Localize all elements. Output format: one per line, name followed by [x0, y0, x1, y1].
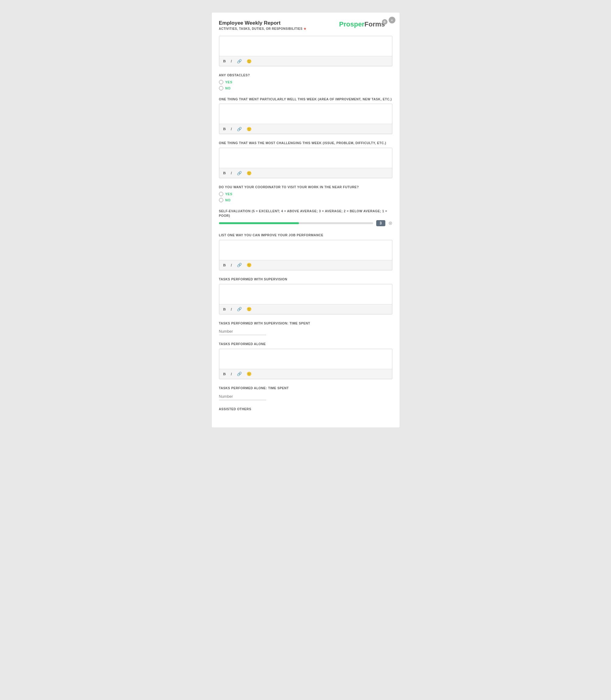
coordinator-yes-option[interactable]: YES [219, 192, 392, 196]
challenging-input[interactable] [219, 148, 392, 167]
tasks-alone-editor: B I 🔗 🙂 [219, 349, 392, 379]
link-icon-3: 🔗 [237, 171, 242, 176]
section-assisted-others: ASSISTED OTHERS [219, 407, 392, 412]
obstacles-label: ANY OBSTACLES? [219, 73, 392, 77]
tasks-alone-emoji-button[interactable]: 🙂 [246, 371, 252, 377]
tasks-sup-bold-button[interactable]: B [222, 306, 227, 312]
tasks-alone-time-wrap [219, 393, 266, 400]
challenging-italic-button[interactable]: I [229, 170, 233, 176]
section-obstacles: ANY OBSTACLES? YES NO [219, 73, 392, 90]
emoji-icon-5: 🙂 [247, 307, 252, 311]
tasks-alone-toolbar: B I 🔗 🙂 [219, 369, 392, 379]
bold-icon: B [223, 59, 226, 63]
coordinator-yes-label: YES [225, 192, 233, 196]
slider-value-badge: 3 [376, 220, 385, 226]
tasks-supervision-time-input[interactable] [219, 328, 266, 335]
section-self-evaluation: SELF-EVALUATION (5 = EXCELLENT; 4 = ABOV… [219, 209, 392, 226]
went-well-input[interactable] [219, 104, 392, 122]
challenging-link-button[interactable]: 🔗 [236, 170, 243, 176]
tasks-alone-time-input[interactable] [219, 393, 266, 400]
obstacles-yes-option[interactable]: YES [219, 80, 392, 84]
tasks-supervision-input[interactable] [219, 284, 392, 303]
bold-icon-4: B [223, 263, 226, 268]
tasks-alone-bold-button[interactable]: B [222, 371, 227, 377]
form-title: Employee Weekly Report [219, 20, 307, 27]
obstacles-radio-group: YES NO [219, 80, 392, 90]
activities-link-button[interactable]: 🔗 [236, 58, 243, 64]
tasks-sup-link-button[interactable]: 🔗 [236, 306, 243, 312]
improve-italic-button[interactable]: I [229, 262, 233, 268]
went-well-italic-button[interactable]: I [229, 126, 233, 132]
tasks-alone-link-button[interactable]: 🔗 [236, 371, 243, 377]
assisted-others-label: ASSISTED OTHERS [219, 407, 392, 412]
section-activities: B I 🔗 🙂 [219, 36, 392, 66]
emoji-icon: 🙂 [247, 59, 252, 63]
form-container: × Employee Weekly Report ACTIVITIES, TAS… [211, 12, 400, 428]
italic-icon-6: I [230, 372, 232, 376]
challenging-label: ONE THING THAT WAS THE MOST CHALLENGING … [219, 141, 392, 145]
obstacles-yes-label: YES [225, 80, 233, 84]
improve-performance-input[interactable] [219, 240, 392, 259]
obstacles-no-radio[interactable] [219, 86, 223, 90]
italic-icon-4: I [230, 263, 232, 268]
section-improve-performance: LIST ONE WAY YOU CAN IMPROVE YOUR JOB PE… [219, 233, 392, 270]
italic-icon-5: I [230, 307, 232, 312]
section-tasks-alone-time: TASKS PERFORMED ALONE: TIME SPENT [219, 386, 392, 400]
close-button[interactable]: × [389, 17, 396, 24]
section-coordinator-visit: DO YOU WANT YOUR COORDINATOR TO VISIT YO… [219, 185, 392, 202]
coordinator-no-radio[interactable] [219, 198, 223, 202]
challenging-bold-button[interactable]: B [222, 170, 227, 176]
activities-emoji-button[interactable]: 🙂 [246, 58, 252, 64]
bold-icon-3: B [223, 170, 226, 176]
went-well-bold-button[interactable]: B [222, 126, 227, 132]
activities-bold-button[interactable]: B [222, 58, 227, 64]
improve-performance-editor: B I 🔗 🙂 [219, 240, 392, 270]
tasks-supervision-time-label: TASKS PERFORMED WITH SUPERVISION: TIME S… [219, 321, 392, 326]
coordinator-no-option[interactable]: NO [219, 198, 392, 202]
link-icon-5: 🔗 [237, 307, 242, 311]
logo-text: ProsperForms [339, 20, 385, 28]
improve-bold-button[interactable]: B [222, 262, 227, 268]
obstacles-no-label: NO [225, 86, 231, 90]
tasks-sup-emoji-button[interactable]: 🙂 [246, 306, 252, 312]
coordinator-no-label: NO [225, 198, 231, 202]
coordinator-visit-label: DO YOU WANT YOUR COORDINATOR TO VISIT YO… [219, 185, 392, 190]
obstacles-yes-radio[interactable] [219, 80, 223, 84]
tasks-supervision-editor: B I 🔗 🙂 [219, 284, 392, 314]
went-well-label: ONE THING THAT WENT PARTICULARLY WELL TH… [219, 97, 392, 102]
emoji-icon-4: 🙂 [247, 263, 252, 267]
form-header: Employee Weekly Report ACTIVITIES, TASKS… [219, 20, 392, 30]
improve-link-button[interactable]: 🔗 [236, 262, 243, 268]
bold-icon-2: B [223, 126, 226, 131]
tasks-supervision-toolbar: B I 🔗 🙂 [219, 304, 392, 314]
went-well-emoji-button[interactable]: 🙂 [246, 126, 252, 132]
self-evaluation-slider-container: 3 ⊗ [219, 220, 392, 226]
bold-icon-6: B [223, 372, 226, 376]
form-title-area: Employee Weekly Report ACTIVITIES, TASKS… [219, 20, 307, 30]
obstacles-no-option[interactable]: NO [219, 86, 392, 90]
activities-toolbar: B I 🔗 🙂 [219, 56, 392, 66]
challenging-toolbar: B I 🔗 🙂 [219, 168, 392, 178]
coordinator-visit-radio-group: YES NO [219, 192, 392, 202]
tasks-alone-input[interactable] [219, 349, 392, 368]
went-well-link-button[interactable]: 🔗 [236, 126, 243, 132]
coordinator-yes-radio[interactable] [219, 192, 223, 196]
tasks-alone-label: TASKS PERFORMED ALONE [219, 342, 392, 346]
tasks-sup-italic-button[interactable]: I [229, 306, 233, 312]
self-evaluation-label: SELF-EVALUATION (5 = EXCELLENT; 4 = ABOV… [219, 209, 392, 218]
went-well-editor: B I 🔗 🙂 [219, 104, 392, 134]
slider-clear-button[interactable]: ⊗ [388, 221, 392, 226]
activities-input[interactable] [219, 36, 392, 55]
slider-track [219, 222, 373, 224]
section-went-well: ONE THING THAT WENT PARTICULARLY WELL TH… [219, 97, 392, 134]
link-icon-2: 🔗 [237, 127, 242, 131]
improve-emoji-button[interactable]: 🙂 [246, 262, 252, 268]
activities-italic-button[interactable]: I [229, 58, 233, 64]
section-tasks-alone: TASKS PERFORMED ALONE B I 🔗 🙂 [219, 342, 392, 379]
italic-icon-2: I [230, 126, 232, 131]
link-icon: 🔗 [237, 59, 242, 63]
bold-icon-5: B [223, 307, 226, 312]
challenging-emoji-button[interactable]: 🙂 [246, 170, 252, 176]
logo-prosper: Prosper [339, 20, 364, 28]
tasks-alone-italic-button[interactable]: I [229, 371, 233, 377]
